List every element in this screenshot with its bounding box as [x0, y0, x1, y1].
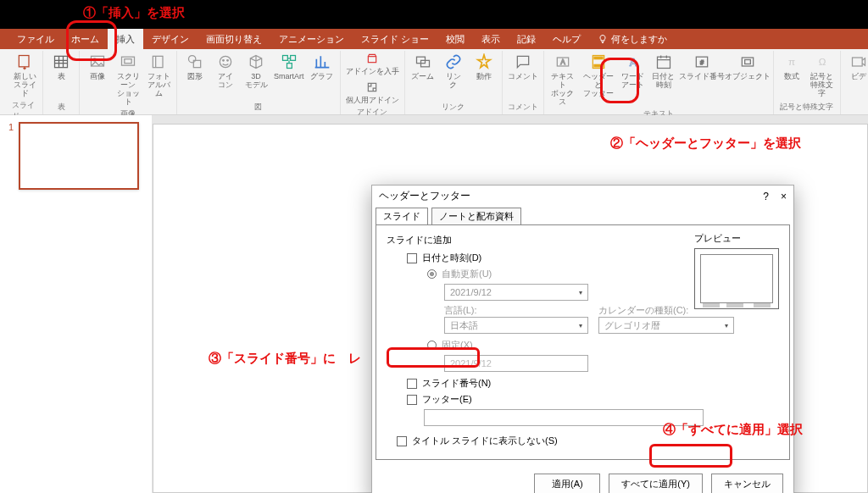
photo-album-button[interactable]: フォト アルバム — [146, 53, 171, 98]
textbox-button[interactable]: A テキスト ボックス — [549, 53, 576, 107]
object-button[interactable]: オブジェクト — [727, 53, 768, 81]
slide-number-checkbox[interactable] — [407, 379, 417, 389]
group-symbols: π 数式 Ω 記号と 特殊文字 記号と特殊文字 — [774, 51, 841, 114]
link-label: リン ク — [446, 73, 461, 90]
svg-rect-5 — [125, 59, 131, 64]
group-slides: 新しい スライド スライド — [7, 51, 43, 114]
chart-label: グラフ — [310, 73, 333, 81]
wordart-button[interactable]: A ワード アート — [620, 53, 646, 90]
action-button[interactable]: 動作 — [471, 53, 497, 81]
chart-icon — [313, 53, 331, 71]
slide-number-label: 1 — [8, 122, 14, 190]
date-dropdown[interactable]: 2021/9/12 ▾ — [444, 284, 588, 301]
tab-view[interactable]: 表示 — [473, 29, 509, 49]
svg-rect-15 — [368, 57, 376, 63]
apply-all-button[interactable]: すべてに適用(Y) — [609, 474, 703, 493]
fixed-row[interactable]: 固定(X) — [427, 339, 779, 352]
video-button[interactable]: ビデ — [846, 53, 868, 81]
tab-insert[interactable]: 挿入 — [108, 29, 143, 49]
apply-button[interactable]: 適用(A) — [534, 474, 600, 493]
svg-rect-14 — [287, 64, 292, 69]
footer-label: フッター(E) — [422, 393, 472, 406]
slide-number-button[interactable]: # スライド番号 — [682, 53, 722, 81]
group-links-title: リンク — [442, 102, 465, 113]
shapes-button[interactable]: 図形 — [182, 53, 208, 81]
symbol-button[interactable]: Ω 記号と 特殊文字 — [810, 53, 835, 98]
3d-models-button[interactable]: 3D モデル — [243, 53, 269, 90]
smartart-button[interactable]: SmartArt — [274, 53, 304, 81]
slide-number-label: スライド番号 — [679, 73, 725, 81]
tab-home[interactable]: ホーム — [63, 29, 108, 49]
smartart-label: SmartArt — [274, 73, 304, 81]
calendar-dropdown[interactable]: グレゴリオ暦 ▾ — [598, 317, 734, 334]
dialog-tab-slide[interactable]: スライド — [376, 208, 428, 224]
fixed-date-input[interactable]: 2021/9/12 — [444, 355, 588, 372]
language-label: 言語(L): — [444, 304, 588, 317]
fixed-radio[interactable] — [427, 341, 437, 350]
object-icon — [738, 53, 757, 71]
svg-rect-22 — [594, 57, 603, 59]
video-label: ビデ — [851, 73, 866, 81]
equation-button[interactable]: π 数式 — [779, 53, 804, 81]
tell-me-search[interactable]: 何をしますか — [598, 33, 667, 46]
addins-icon — [366, 81, 378, 93]
my-addins-button[interactable]: 個人用アドイン — [346, 81, 399, 105]
title-hide-label: タイトル スライドに表示しない(S) — [412, 435, 558, 447]
datetime-checkbox[interactable] — [407, 253, 417, 263]
table-button[interactable]: 表 — [48, 53, 74, 81]
comment-button[interactable]: コメント — [508, 53, 538, 81]
svg-rect-0 — [19, 56, 29, 67]
new-slide-button[interactable]: 新しい スライド — [12, 53, 37, 98]
tab-file[interactable]: ファイル — [8, 29, 63, 49]
comment-label: コメント — [508, 73, 538, 81]
header-footer-button[interactable]: ヘッダーと フッター — [581, 53, 615, 98]
dialog-help-button[interactable]: ? — [763, 191, 769, 202]
footer-text-input[interactable] — [424, 409, 704, 426]
slide-number-icon: # — [693, 53, 711, 71]
annotation-4-text: ④「すべてに適用」選択 — [663, 422, 803, 438]
tab-animations[interactable]: アニメーション — [270, 29, 353, 49]
tab-record[interactable]: 記録 — [509, 29, 544, 49]
images-label: 画像 — [90, 73, 105, 81]
zoom-icon — [414, 53, 432, 71]
svg-point-11 — [227, 60, 229, 62]
slide-number-row[interactable]: スライド番号(N) — [407, 377, 779, 390]
svg-rect-6 — [153, 56, 163, 67]
dialog-tab-notes[interactable]: ノートと配布資料 — [431, 208, 521, 224]
cancel-button[interactable]: キャンセル — [711, 474, 783, 493]
get-addins-button[interactable]: アドインを入手 — [346, 53, 399, 76]
fixed-label: 固定(X) — [442, 339, 473, 352]
screenshot-label: スクリーン ショット — [115, 73, 141, 107]
screenshot-button[interactable]: スクリーン ショット — [115, 53, 141, 107]
photo-album-label: フォト アルバム — [146, 73, 171, 98]
link-button[interactable]: リン ク — [441, 53, 466, 90]
ribbon-tabs: ファイル ホーム 挿入 デザイン 画面切り替え アニメーション スライド ショー… — [0, 29, 868, 49]
footer-row[interactable]: フッター(E) — [407, 393, 779, 406]
images-button[interactable]: 画像 — [85, 53, 110, 81]
datetime-button[interactable]: 日付と 時刻 — [651, 53, 676, 90]
slide-thumb-1[interactable]: 1 — [8, 122, 143, 190]
icons-button[interactable]: アイ コン — [213, 53, 238, 90]
svg-rect-32 — [852, 58, 862, 66]
datetime-label: 日付と時刻(D) — [422, 252, 481, 264]
tab-slideshow[interactable]: スライド ショー — [353, 29, 437, 49]
auto-update-radio[interactable] — [427, 269, 437, 279]
tab-help[interactable]: ヘルプ — [544, 29, 589, 49]
language-dropdown[interactable]: 日本語 ▾ — [444, 317, 588, 334]
table-icon — [52, 53, 70, 71]
group-symbols-title: 記号と特殊文字 — [780, 102, 833, 113]
tab-design[interactable]: デザイン — [143, 29, 198, 49]
group-illustrations-title: 図 — [254, 102, 262, 113]
ribbon-body: 新しい スライド スライド 表 表 画像 スクリーン ショット フォ — [0, 49, 868, 115]
svg-text:#: # — [699, 58, 704, 66]
footer-checkbox[interactable] — [407, 395, 417, 405]
zoom-button[interactable]: ズーム — [410, 53, 436, 81]
dialog-tabs: スライド ノートと配布資料 — [372, 207, 793, 224]
chevron-down-icon: ▾ — [725, 322, 728, 330]
tab-review[interactable]: 校閲 — [437, 29, 473, 49]
comment-icon — [514, 53, 532, 71]
title-hide-checkbox[interactable] — [397, 436, 407, 446]
dialog-close-button[interactable]: × — [781, 191, 787, 202]
chart-button[interactable]: グラフ — [309, 53, 335, 81]
tab-transitions[interactable]: 画面切り替え — [198, 29, 270, 49]
